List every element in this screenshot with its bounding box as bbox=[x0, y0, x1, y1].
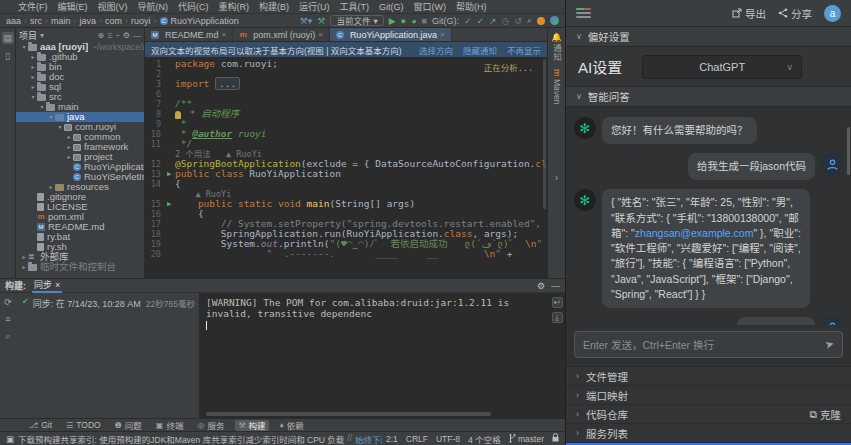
rollback-icon[interactable]: ↺ bbox=[514, 16, 522, 26]
git-commit-icon[interactable]: ✓ bbox=[476, 16, 484, 26]
toolwindow-button-问题[interactable]: ❶问题 bbox=[112, 420, 145, 431]
close-icon[interactable]: × bbox=[440, 30, 445, 39]
banner-action[interactable]: 不再显示 bbox=[507, 44, 541, 56]
chevron-right-icon[interactable]: ▸ bbox=[65, 152, 73, 162]
section-文件管理[interactable]: ›文件管理 bbox=[566, 367, 851, 386]
breadcrumb-item[interactable]: ruoyi bbox=[131, 16, 151, 26]
build-output[interactable]: [WARNING] The POM for com.alibaba:druid:… bbox=[200, 293, 549, 419]
tree-item[interactable]: ry.sh bbox=[16, 242, 144, 252]
filter-icon[interactable]: ≡ bbox=[5, 314, 10, 324]
indent-size[interactable]: 4 个空格 bbox=[468, 433, 501, 445]
breadcrumb-item[interactable]: src bbox=[30, 16, 42, 26]
code-line[interactable]: 8 * 启动程序 bbox=[145, 109, 547, 119]
run-gutter-icon[interactable]: ▶ bbox=[163, 199, 175, 209]
menu-item[interactable]: 视图(V) bbox=[94, 0, 132, 13]
breadcrumb-item[interactable]: com bbox=[105, 16, 122, 26]
chevron-right-icon[interactable]: ▸ bbox=[20, 252, 28, 262]
debug-icon[interactable]: ● bbox=[401, 16, 406, 26]
chevron-right-icon[interactable]: ▸ bbox=[29, 52, 37, 62]
profiler-icon[interactable]: ◕ bbox=[411, 16, 416, 26]
run-gutter-icon[interactable]: ▶ bbox=[163, 169, 175, 179]
build-project-icon[interactable]: ⚒▾ bbox=[300, 16, 313, 26]
chevron-right-icon[interactable]: ▸ bbox=[65, 132, 73, 142]
line-separator[interactable]: CRLF bbox=[406, 434, 428, 444]
build-settings-icon[interactable]: ⚙ bbox=[537, 281, 545, 291]
code-line[interactable]: 3import ... bbox=[145, 79, 547, 89]
tree-item[interactable]: ▾aaa [ruoyi]~/workspace/aaa bbox=[16, 42, 144, 52]
git-branch[interactable]: master bbox=[509, 434, 544, 444]
tree-item[interactable]: MREADME.md bbox=[16, 222, 144, 232]
chevron-down-icon[interactable]: ▾ bbox=[56, 122, 64, 132]
project-panel-title[interactable]: 项目 bbox=[19, 29, 37, 42]
tree-item[interactable]: ry.bat bbox=[16, 232, 144, 242]
share-button[interactable]: 分享 bbox=[778, 6, 812, 21]
history-icon[interactable]: ◷ bbox=[502, 16, 510, 26]
lock-icon[interactable] bbox=[552, 433, 559, 444]
run-config-select[interactable]: 当前文件▾ bbox=[330, 15, 383, 26]
chevron-right-icon[interactable]: ▸ bbox=[65, 142, 73, 152]
maven-toolwindow-tab[interactable]: mMaven bbox=[552, 69, 562, 104]
toolwindow-button-终端[interactable]: ▣终端 bbox=[153, 420, 187, 431]
code-line[interactable]: 6 bbox=[145, 89, 547, 99]
user-avatar[interactable]: a bbox=[824, 5, 841, 22]
menu-item[interactable]: 帮助(H) bbox=[452, 0, 491, 13]
editor-scrollbar[interactable] bbox=[543, 59, 546, 209]
collapse-icon[interactable]: ÷ bbox=[115, 31, 119, 40]
tree-item[interactable]: ▸bin bbox=[16, 62, 144, 72]
inspect-icon[interactable]: ⌕ bbox=[5, 331, 10, 342]
toolwindow-button-todo[interactable]: ☰TODO bbox=[63, 420, 104, 431]
search-icon[interactable]: ⌕ bbox=[527, 15, 532, 26]
build-sync-tab[interactable]: 同步× bbox=[32, 279, 62, 293]
menu-item[interactable]: 重构(R) bbox=[215, 0, 254, 13]
horizontal-scrollbar[interactable] bbox=[206, 412, 491, 416]
code-editor[interactable]: 1package com.ruoyi;23import ...67/**8 * … bbox=[145, 57, 547, 278]
toolwindow-button-服务[interactable]: ◎服务 bbox=[194, 420, 227, 431]
toolwindow-button-构建[interactable]: ⚒构建 bbox=[235, 420, 268, 431]
soft-wrap-icon[interactable]: ↩ bbox=[552, 297, 563, 308]
code-line[interactable]: 15▶ public static void main(String[] arg… bbox=[145, 199, 547, 209]
breadcrumb-item[interactable]: main bbox=[51, 16, 71, 26]
panel-settings-icon[interactable]: ⚙ bbox=[123, 31, 130, 40]
git-push-icon[interactable]: ↗ bbox=[489, 16, 497, 26]
chat-bubble[interactable]: 您好！有什么需要帮助的吗？ bbox=[602, 117, 757, 144]
section-代码仓库[interactable]: ›代码仓库⧉克隆 bbox=[566, 405, 851, 424]
banner-action[interactable]: 选择方向 bbox=[419, 44, 453, 56]
editor-tab[interactable]: MREADME.md× bbox=[145, 28, 233, 41]
expand-icon[interactable]: Ξ bbox=[107, 31, 112, 40]
chevron-down-icon[interactable]: ▾ bbox=[20, 42, 28, 52]
code-line[interactable]: 14{ bbox=[145, 179, 547, 189]
wrench-icon[interactable]: ⚒ bbox=[317, 16, 325, 26]
close-icon[interactable]: × bbox=[55, 280, 60, 290]
breadcrumb[interactable]: aaa›src›main›java›com›ruoyi›CRuoYiApplic… bbox=[0, 16, 300, 26]
chevron-right-icon[interactable]: ▸ bbox=[29, 82, 37, 92]
notifications-toolwindow-tab[interactable]: 🔔通知 bbox=[551, 32, 563, 61]
menu-item[interactable]: 代码(C) bbox=[174, 0, 213, 13]
ide-avatar-icon[interactable] bbox=[550, 16, 559, 25]
chevron-right-icon[interactable]: ▸ bbox=[29, 72, 37, 82]
breadcrumb-item[interactable]: aaa bbox=[6, 16, 21, 26]
refresh-icon[interactable]: ⟳ bbox=[4, 297, 12, 307]
close-icon[interactable]: × bbox=[222, 30, 227, 39]
menu-item[interactable]: Git(G) bbox=[375, 2, 408, 12]
editor-tab[interactable]: CRuoYiApplication.java× bbox=[330, 28, 452, 41]
project-toolwindow-icon[interactable]: ▤ bbox=[2, 32, 14, 44]
menu-item[interactable]: 编辑(E) bbox=[54, 0, 92, 13]
settings-icon[interactable] bbox=[537, 17, 545, 25]
chat-bubble[interactable]: jason 是什么 bbox=[737, 317, 815, 325]
git-update-icon[interactable]: ✓ bbox=[464, 16, 472, 26]
hide-panel-icon[interactable]: — bbox=[133, 31, 141, 40]
encoding[interactable]: UTF-8 bbox=[436, 434, 460, 444]
preferences-section-header[interactable]: ∨ 偏好设置 bbox=[566, 27, 851, 47]
toolwindow-button-依赖[interactable]: ♦依赖 bbox=[277, 420, 307, 431]
tree-item[interactable]: ▸framework bbox=[16, 142, 144, 152]
tree-item[interactable]: ▸.github bbox=[16, 52, 144, 62]
chevron-down-icon[interactable]: ▾ bbox=[47, 112, 55, 122]
code-line[interactable]: 11 */ bbox=[145, 139, 547, 149]
breadcrumb-item[interactable]: java bbox=[80, 16, 97, 26]
tree-item[interactable]: ▸临时文件和控制台 bbox=[16, 262, 144, 272]
scroll-end-icon[interactable]: ⤓ bbox=[552, 312, 563, 323]
menu-item[interactable]: 构建(B) bbox=[255, 0, 293, 13]
section-端口映射[interactable]: ›端口映射 bbox=[566, 386, 851, 405]
qa-section-header[interactable]: ∨ 智能问答 bbox=[566, 87, 851, 107]
menu-icon[interactable] bbox=[576, 8, 591, 18]
